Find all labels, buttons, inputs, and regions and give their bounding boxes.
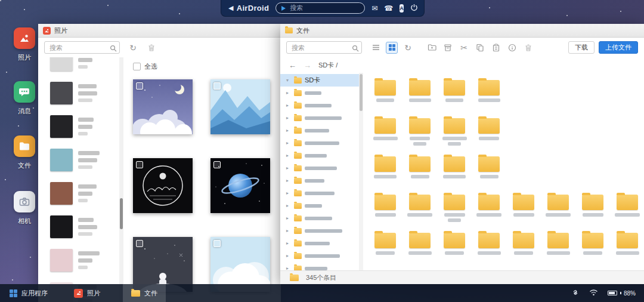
refresh-icon[interactable]: ↻ — [402, 42, 414, 54]
tree-item[interactable]: ▸ — [280, 112, 359, 124]
photo-checkbox[interactable] — [136, 240, 143, 247]
tree-scrollbar[interactable] — [359, 73, 363, 270]
expand-icon[interactable]: ▸ — [286, 165, 291, 171]
photo-list-item[interactable] — [38, 177, 119, 210]
folder-item[interactable] — [541, 192, 575, 229]
folder-item[interactable] — [472, 154, 506, 191]
files-window-titlebar[interactable]: 文件 — [280, 24, 644, 38]
tree-item-sdcard[interactable]: ▾ SD卡 — [280, 74, 359, 87]
folder-item[interactable] — [402, 230, 437, 267]
tree-item[interactable]: ▸ — [280, 212, 359, 224]
folder-item[interactable] — [368, 192, 402, 229]
expand-icon[interactable]: ▸ — [286, 128, 291, 133]
folder-item[interactable] — [610, 192, 644, 229]
photos-sidebar-scrollbar[interactable] — [119, 57, 123, 302]
folder-item[interactable] — [437, 78, 472, 115]
expand-icon[interactable]: ▸ — [286, 266, 291, 270]
cut-icon[interactable]: ✂ — [458, 42, 470, 54]
tree-item[interactable]: ▸ — [280, 137, 359, 149]
desktop-icon-photos[interactable]: 照片 — [8, 27, 41, 62]
folder-item[interactable] — [402, 192, 437, 229]
upload-button[interactable]: 上传文件 — [599, 41, 638, 54]
photo-list-item[interactable] — [38, 143, 119, 177]
folder-item[interactable] — [437, 192, 472, 229]
folder-item[interactable] — [402, 154, 437, 191]
photo-thumbnail[interactable] — [50, 215, 73, 238]
folder-item[interactable] — [472, 78, 506, 115]
collapse-icon[interactable]: ▾ — [286, 78, 291, 83]
folder-item[interactable] — [368, 78, 402, 115]
folder-item[interactable] — [541, 230, 575, 267]
tree-item[interactable]: ▸ — [280, 262, 359, 270]
power-icon[interactable] — [410, 4, 418, 13]
paste-icon[interactable] — [490, 42, 502, 54]
folder-item[interactable] — [402, 116, 437, 153]
folder-item[interactable] — [437, 116, 472, 153]
photo-thumbnail[interactable] — [50, 182, 73, 205]
photo-checkbox[interactable] — [213, 161, 221, 168]
folder-item[interactable] — [437, 230, 472, 267]
list-view-icon[interactable] — [370, 42, 382, 54]
folder-item[interactable] — [437, 154, 472, 191]
expand-icon[interactable]: ▸ — [286, 203, 291, 208]
link-icon[interactable] — [571, 288, 580, 298]
mail-icon[interactable]: ✉ — [371, 5, 377, 12]
taskbar-item-photos[interactable]: 照片 — [66, 284, 109, 302]
tree-item[interactable]: ▸ — [280, 124, 359, 137]
delete-icon[interactable] — [522, 42, 534, 54]
breadcrumb[interactable]: SD卡 / — [318, 61, 338, 70]
folder-item[interactable] — [506, 230, 541, 267]
photo-thumbnail[interactable] — [50, 249, 73, 272]
download-button[interactable]: 下载 — [568, 41, 595, 54]
files-search-input[interactable] — [286, 41, 362, 54]
photo-tile-ringed-planet[interactable] — [210, 158, 270, 213]
photo-thumbnail[interactable] — [50, 115, 73, 138]
photo-checkbox[interactable] — [136, 82, 143, 90]
folder-item[interactable] — [610, 230, 644, 267]
delete-icon[interactable] — [146, 42, 157, 53]
desktop-icon-camera[interactable]: 相机 — [8, 191, 41, 226]
photo-checkbox[interactable] — [213, 240, 221, 247]
folder-item[interactable] — [506, 192, 541, 229]
folder-item[interactable] — [402, 78, 437, 115]
folder-item[interactable] — [472, 116, 506, 153]
photo-list-item[interactable] — [38, 244, 119, 277]
expand-icon[interactable]: ▸ — [286, 115, 291, 121]
tree-item[interactable]: ▸ — [280, 249, 359, 262]
topbar-search-box[interactable]: 搜索 — [275, 2, 365, 14]
tree-item[interactable]: ▸ — [280, 174, 359, 187]
tree-item[interactable]: ▸ — [280, 224, 359, 237]
archive-icon[interactable] — [442, 42, 454, 54]
tree-item[interactable]: ▸ — [280, 162, 359, 174]
folder-item[interactable] — [575, 192, 610, 229]
photo-checkbox[interactable] — [213, 82, 221, 90]
folder-item[interactable] — [368, 230, 402, 267]
photo-list-item[interactable] — [38, 57, 119, 76]
expand-icon[interactable]: ▸ — [286, 215, 291, 221]
forward-arrow-icon[interactable]: → — [304, 61, 311, 70]
photos-window-titlebar[interactable]: 照片 — [38, 24, 281, 38]
tree-item[interactable]: ▸ — [280, 237, 359, 249]
photo-list-item[interactable] — [38, 210, 119, 244]
expand-icon[interactable]: ▸ — [286, 103, 291, 108]
tree-item[interactable]: ▸ — [280, 99, 359, 112]
translate-icon[interactable]: A — [400, 4, 404, 13]
photo-tile-night-sky-moon-clouds[interactable] — [133, 79, 193, 134]
folder-item[interactable] — [472, 192, 506, 229]
scrollbar-thumb[interactable] — [360, 74, 363, 111]
expand-icon[interactable]: ▸ — [286, 140, 291, 146]
photo-list-item[interactable] — [38, 76, 119, 110]
expand-icon[interactable]: ▸ — [286, 241, 291, 246]
scrollbar-thumb[interactable] — [120, 198, 123, 229]
folder-item[interactable] — [368, 116, 402, 153]
expand-icon[interactable]: ▸ — [286, 190, 291, 196]
tree-item[interactable]: ▸ — [280, 199, 359, 212]
desktop-icon-messages[interactable]: 消息 — [8, 81, 41, 116]
folder-item[interactable] — [368, 154, 402, 191]
folder-item[interactable] — [575, 230, 610, 267]
tree-item[interactable]: ▸ — [280, 187, 359, 199]
photo-tile-blue-mountains[interactable] — [210, 79, 270, 134]
wifi-icon[interactable] — [589, 289, 598, 297]
photo-tile-moon-circle[interactable] — [133, 158, 193, 213]
select-all-checkbox[interactable] — [133, 63, 141, 70]
